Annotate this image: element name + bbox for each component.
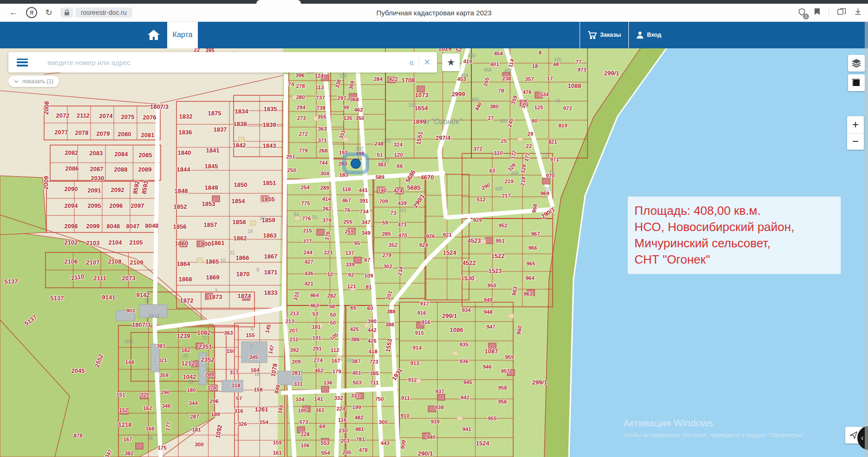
layers-icon bbox=[851, 59, 861, 68]
menu-icon[interactable] bbox=[17, 59, 28, 66]
parcel-info-box: Площадь: 408,00 кв.м. НСО, Новосибирский… bbox=[628, 197, 841, 274]
show-results-label: показать (1) bbox=[22, 78, 53, 85]
extent-button[interactable] bbox=[848, 74, 865, 91]
url-field[interactable]: rosreestr-doc.ru bbox=[75, 7, 132, 18]
clear-icon[interactable]: ✕ bbox=[424, 57, 431, 67]
cart-icon bbox=[587, 31, 597, 39]
sidebar-panels-icon[interactable] bbox=[837, 8, 846, 17]
orders-button[interactable]: Заказы bbox=[580, 21, 628, 48]
zoom-in-button[interactable]: + bbox=[847, 116, 864, 133]
home-icon bbox=[147, 29, 161, 41]
layers-button[interactable] bbox=[848, 55, 865, 72]
site-header: Карта Заказы Вход bbox=[0, 21, 868, 48]
chevron-down-icon bbox=[14, 80, 19, 83]
bookmark-icon[interactable] bbox=[814, 8, 820, 17]
search-divider bbox=[418, 58, 419, 67]
geolocation-icon bbox=[849, 431, 858, 439]
back-icon[interactable]: ← bbox=[6, 7, 21, 18]
window-right-edge bbox=[865, 21, 868, 457]
watermark-title: Активация Windows bbox=[623, 417, 806, 429]
star-icon: ★ bbox=[447, 57, 455, 68]
info-area: Площадь: 408,00 кв.м. bbox=[634, 203, 834, 219]
yandex-browser-icon[interactable]: Я bbox=[26, 7, 37, 18]
window-top-edge bbox=[0, 0, 868, 4]
extension-badge: 1 bbox=[803, 13, 809, 20]
toolbar-divider bbox=[829, 8, 829, 17]
search-bar: ⌕ ✕ bbox=[8, 52, 437, 73]
zoom-out-button[interactable]: − bbox=[847, 133, 864, 150]
selected-parcel-marker[interactable] bbox=[351, 159, 361, 169]
browser-window: { "browser": { "url": "rosreestr-doc.ru"… bbox=[0, 0, 868, 457]
orders-label: Заказы bbox=[600, 32, 621, 38]
chevron-left-icon: ‹ bbox=[861, 434, 863, 442]
info-selsovet: Мичуринский сельсовет, bbox=[634, 235, 834, 252]
browser-toolbar: ← Я ↻ rosreestr-doc.ru Публичная кадастр… bbox=[0, 4, 868, 22]
search-icon[interactable]: ⌕ bbox=[409, 57, 414, 68]
show-results-button[interactable]: показать (1) bbox=[8, 76, 59, 87]
login-label: Вход bbox=[647, 32, 661, 38]
snt-area-label: л "Огонёк" bbox=[425, 118, 462, 126]
info-snt: СНТ "Огонек" bbox=[634, 252, 834, 268]
windows-activation-watermark: Активация Windows Чтобы активировать Win… bbox=[623, 417, 806, 438]
downloads-icon[interactable] bbox=[855, 8, 861, 17]
tab-map[interactable]: Карта bbox=[167, 21, 198, 48]
search-input[interactable] bbox=[46, 58, 409, 67]
browser-tab[interactable] bbox=[256, 0, 301, 4]
refresh-icon[interactable]: ↻ bbox=[41, 7, 57, 18]
zoom-controls: + − bbox=[847, 116, 864, 150]
home-button[interactable] bbox=[140, 21, 167, 48]
protect-extension-icon[interactable]: 1 bbox=[798, 8, 806, 18]
extent-icon bbox=[852, 78, 861, 87]
user-icon bbox=[636, 31, 644, 39]
favorites-button[interactable]: ★ bbox=[442, 53, 460, 71]
watermark-subtitle: Чтобы активировать Windows, перейдите в … bbox=[623, 431, 806, 438]
lock-icon[interactable] bbox=[60, 7, 73, 18]
info-region: НСО, Новосибирский район, bbox=[634, 219, 834, 235]
login-button[interactable]: Вход bbox=[629, 21, 669, 48]
